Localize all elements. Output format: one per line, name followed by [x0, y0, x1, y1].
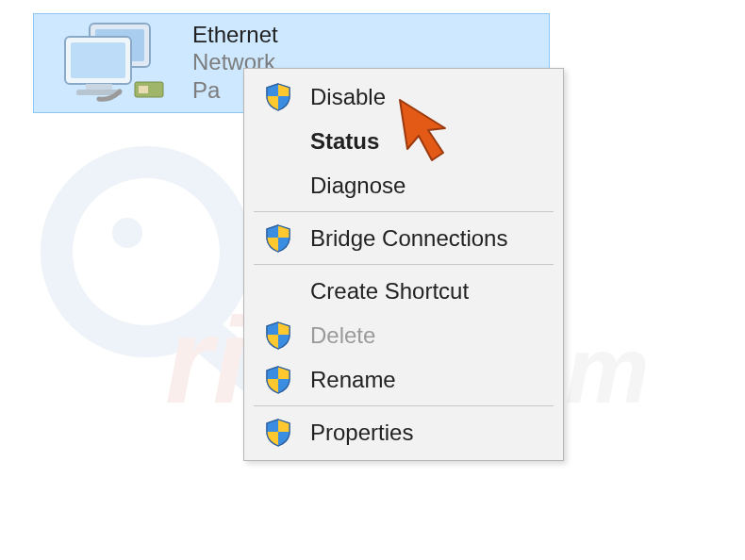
menu-item-create-shortcut[interactable]: Create Shortcut: [246, 269, 561, 313]
svg-point-2: [112, 218, 142, 248]
adapter-context-menu: DisableStatusDiagnose Bridge Connections…: [243, 68, 564, 461]
menu-item-label: Delete: [297, 322, 375, 349]
svg-rect-9: [86, 84, 112, 90]
uac-shield-icon: [259, 83, 297, 111]
menu-item-label: Rename: [297, 367, 396, 393]
uac-shield-icon: [259, 321, 297, 350]
uac-shield-icon: [259, 419, 297, 447]
menu-item-label: Create Shortcut: [297, 278, 469, 305]
menu-item-label: Status: [297, 128, 379, 155]
network-adapter-icon: [40, 18, 181, 108]
uac-shield-icon: [259, 366, 297, 394]
menu-separator: [254, 211, 554, 212]
menu-item-rename[interactable]: Rename: [246, 357, 561, 402]
menu-item-status[interactable]: Status: [246, 119, 561, 163]
menu-item-diagnose[interactable]: Diagnose: [246, 163, 561, 207]
adapter-title: Ethernet: [192, 22, 278, 49]
menu-item-label: Bridge Connections: [297, 225, 507, 252]
menu-separator: [254, 405, 554, 406]
menu-item-label: Diagnose: [297, 173, 406, 199]
uac-shield-icon: [259, 224, 297, 253]
menu-item-properties[interactable]: Properties: [246, 410, 561, 454]
menu-item-delete: Delete: [246, 313, 561, 357]
menu-item-label: Properties: [297, 420, 413, 446]
menu-separator: [254, 264, 554, 265]
svg-rect-12: [139, 86, 148, 93]
menu-item-disable[interactable]: Disable: [246, 74, 561, 119]
svg-rect-8: [71, 42, 125, 78]
menu-item-bridge-connections[interactable]: Bridge Connections: [246, 216, 561, 260]
menu-item-label: Disable: [297, 84, 386, 110]
svg-point-0: [57, 162, 236, 341]
